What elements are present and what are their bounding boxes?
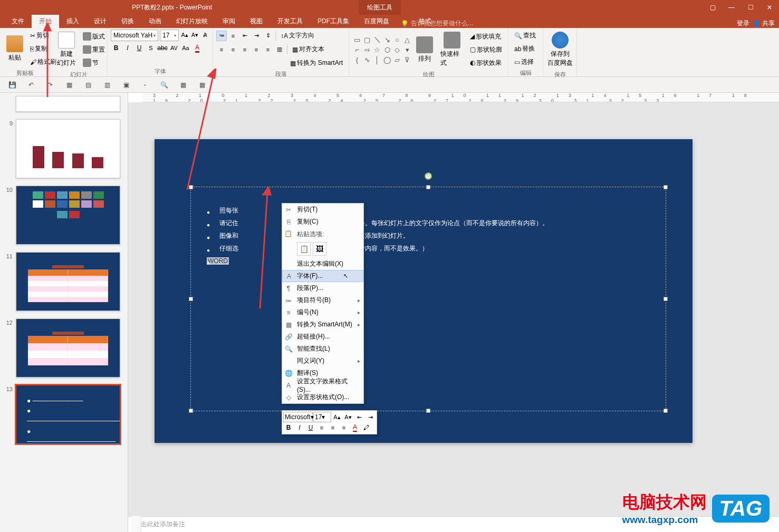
rotation-handle[interactable]: [425, 172, 432, 180]
shape-line-icon[interactable]: ＼: [372, 35, 382, 44]
tab-animation[interactable]: 动画: [141, 15, 169, 28]
shape-callout-icon[interactable]: ◇: [392, 45, 402, 54]
shape-expand-icon[interactable]: ⊽: [402, 55, 412, 64]
shape-star-icon[interactable]: ☆: [372, 45, 382, 54]
tab-file[interactable]: 文件: [4, 15, 32, 28]
redo-button[interactable]: ↷: [45, 80, 55, 90]
resize-handle-e[interactable]: [663, 297, 668, 301]
shape-fill-button[interactable]: ◢形状填充: [467, 31, 505, 43]
resize-handle-s[interactable]: [426, 409, 430, 413]
shape-brace-icon[interactable]: {: [352, 55, 362, 64]
mini-bold[interactable]: B: [283, 422, 294, 433]
qat-10[interactable]: ▦: [178, 80, 188, 90]
cm-text-effects[interactable]: A设置文字效果格式(S)...: [282, 379, 363, 391]
shape-hex-icon[interactable]: ⬡: [382, 45, 392, 54]
qat-7[interactable]: ▣: [121, 80, 131, 90]
share-button[interactable]: 👤 共享: [753, 19, 775, 28]
underline-button[interactable]: U: [134, 43, 145, 53]
cm-exit-text-edit[interactable]: 退出文本编辑(X): [282, 258, 363, 270]
align-text-button[interactable]: ▦对齐文本: [290, 43, 327, 55]
qat-8[interactable]: ▫: [140, 80, 150, 90]
tab-view[interactable]: 视图: [243, 15, 270, 28]
qat-6[interactable]: ▥: [102, 80, 112, 90]
convert-smartart-button[interactable]: ▦转换为 SmartArt: [287, 57, 345, 69]
qat-4[interactable]: ▦: [64, 80, 74, 90]
columns-button[interactable]: ▥: [274, 44, 285, 55]
shape-more-icon[interactable]: ▾: [402, 45, 412, 54]
save-button[interactable]: 💾: [7, 80, 17, 90]
shapes-gallery[interactable]: ▭▢＼↘○△ ⌐⇨☆⬡◇▾ {∿│◯▱⊽: [352, 35, 412, 64]
slide-thumbnails-panel[interactable]: 9 ★ 10 ★ 11: [0, 93, 128, 532]
section-button[interactable]: 节: [80, 57, 108, 69]
login-button[interactable]: 登录: [737, 19, 749, 28]
shape-effects-button[interactable]: ◐形状效果: [467, 57, 505, 69]
tab-insert[interactable]: 插入: [59, 15, 86, 28]
slide[interactable]: 照每张示文稿。 请记住文稿的视觉效果。每张幻灯片上的文字仅作为论点（而不是你要说…: [155, 139, 693, 443]
font-name-combo[interactable]: Microsoft YaH▾: [111, 30, 158, 41]
tab-slideshow[interactable]: 幻灯片放映: [169, 15, 215, 28]
mini-indent-right[interactable]: ⇥: [365, 412, 376, 422]
font-size-combo[interactable]: 17▾: [160, 30, 179, 41]
grow-font-button[interactable]: A▴: [180, 30, 189, 40]
resize-handle-se[interactable]: [663, 409, 668, 413]
thumb-11[interactable]: 11: [3, 251, 124, 312]
tab-design[interactable]: 设计: [86, 15, 114, 28]
cm-synonyms[interactable]: 同义词(Y)▸: [282, 355, 363, 367]
resize-handle-nw[interactable]: [189, 185, 193, 189]
slide-canvas[interactable]: 照每张示文稿。 请记住文稿的视觉效果。每张幻灯片上的文字仅作为论点（而不是你要说…: [128, 102, 779, 516]
shape-c7-icon[interactable]: ◯: [382, 55, 392, 64]
layout-button[interactable]: 版式: [80, 31, 108, 43]
tab-transition[interactable]: 切换: [114, 15, 141, 28]
mini-italic[interactable]: I: [294, 422, 305, 433]
justify-button[interactable]: ≡: [251, 44, 262, 55]
mini-underline[interactable]: U: [305, 422, 316, 433]
character-spacing-button[interactable]: AV: [169, 43, 179, 53]
mini-align2[interactable]: ≡: [328, 422, 338, 433]
increase-indent-button[interactable]: ⇥: [251, 31, 262, 41]
shape-vert-icon[interactable]: │: [372, 55, 382, 64]
quick-styles-button[interactable]: 快速样式: [437, 30, 466, 70]
reset-button[interactable]: 重置: [80, 44, 108, 56]
selected-text[interactable]: WORD: [207, 257, 229, 265]
decrease-indent-button[interactable]: ⇤: [239, 31, 250, 41]
qat-5[interactable]: ▤: [83, 80, 93, 90]
cm-smartart[interactable]: ▦转换为 SmartArt(M)▸: [282, 318, 363, 331]
cm-copy[interactable]: ⎘复制(C): [282, 216, 363, 228]
horizontal-ruler[interactable]: 3 2 1 0 1 2 3 4 5 6 7 8 9 10 11 12 13 14…: [142, 93, 779, 102]
mini-grow-font[interactable]: A▴: [332, 412, 342, 422]
text-direction-button[interactable]: ↕A文字方向: [278, 30, 317, 42]
minimize-button[interactable]: —: [722, 0, 741, 15]
paste-keep-source-button[interactable]: 📋: [297, 242, 311, 256]
clear-formatting-button[interactable]: A̷: [201, 30, 209, 40]
arrange-button[interactable]: 排列: [413, 34, 436, 65]
resize-handle-sw[interactable]: [189, 409, 193, 413]
shadow-button[interactable]: S: [146, 43, 156, 53]
change-case-button[interactable]: Aa: [180, 43, 191, 53]
shape-arrow-icon[interactable]: ↘: [382, 35, 392, 44]
cm-paragraph[interactable]: ¶段落(P)...: [282, 282, 363, 294]
align-left-button[interactable]: ≡: [216, 44, 227, 55]
shape-c8-icon[interactable]: ▱: [392, 55, 402, 64]
shape-oval-icon[interactable]: ○: [392, 35, 402, 44]
resize-handle-w[interactable]: [189, 297, 193, 301]
thumb-8[interactable]: [3, 95, 124, 113]
qat-11[interactable]: ▦: [197, 80, 207, 90]
content-textbox[interactable]: 照每张示文稿。 请记住文稿的视觉效果。每张幻灯片上的文字仅作为论点（而不是你要说…: [190, 187, 666, 411]
shape-curve-icon[interactable]: ∿: [362, 55, 372, 64]
shape-arrow2-icon[interactable]: ⇨: [362, 45, 372, 54]
mini-highlight[interactable]: 🖍: [361, 422, 371, 433]
select-button[interactable]: ▭选择: [512, 56, 540, 68]
distribute-button[interactable]: ≡: [263, 44, 273, 55]
shape-triangle-icon[interactable]: △: [402, 35, 412, 44]
bold-button[interactable]: B: [111, 43, 121, 53]
cm-shape-format[interactable]: ◇设置形状格式(O)...: [282, 391, 363, 403]
align-right-button[interactable]: ≡: [239, 44, 250, 55]
paste-button[interactable]: 粘贴: [3, 33, 26, 64]
shape-connector-icon[interactable]: ⌐: [352, 45, 362, 54]
tab-baidu[interactable]: 百度网盘: [357, 15, 397, 28]
mini-font-color[interactable]: A: [350, 422, 360, 433]
tab-home[interactable]: 开始: [32, 15, 59, 28]
mini-align3[interactable]: ≡: [339, 422, 349, 433]
resize-handle-n[interactable]: [426, 185, 430, 189]
mini-align[interactable]: ≡: [316, 422, 327, 433]
